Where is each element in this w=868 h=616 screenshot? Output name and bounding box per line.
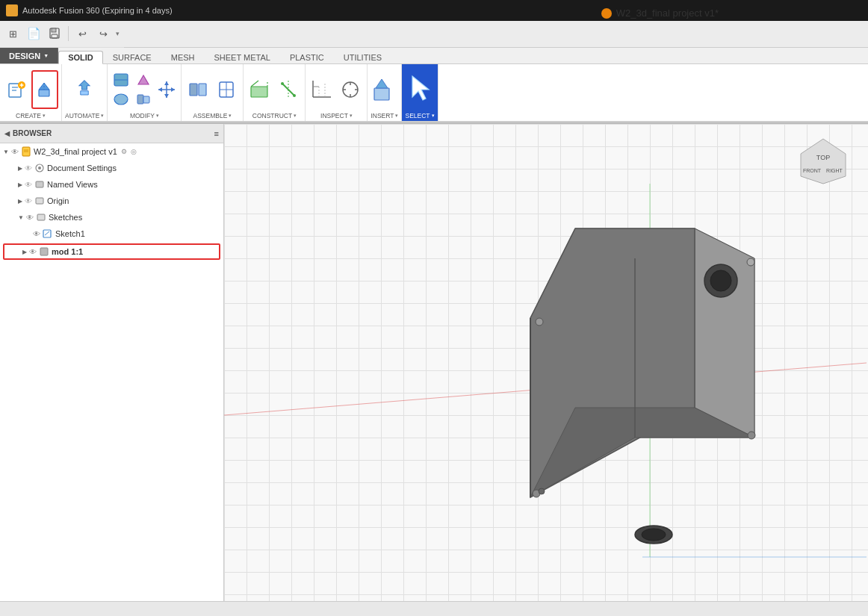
assemble-dropdown[interactable]: ▾ (229, 113, 232, 119)
tab-plastic[interactable]: PLASTIC (280, 51, 334, 63)
save-button[interactable] (45, 24, 64, 43)
tab-solid[interactable]: SOLID (58, 51, 103, 64)
automate-buttons (71, 67, 98, 112)
browser-doc-settings[interactable]: ▶ 👁 Document Settings (0, 160, 223, 176)
inspect-dropdown[interactable]: ▾ (350, 113, 353, 119)
svg-point-74 (642, 529, 666, 541)
construct-btn-2[interactable] (275, 70, 302, 109)
svg-rect-16 (143, 96, 149, 103)
tab-sheet-metal[interactable]: SHEET METAL (205, 51, 280, 63)
named-views-label: Named Views (47, 180, 98, 189)
svg-rect-45 (374, 88, 389, 100)
named-views-arrow[interactable]: ▶ (18, 181, 22, 188)
mod-label: mod 1:1 (52, 247, 83, 256)
construct-btn-1[interactable] (247, 70, 273, 109)
insert-label-row: INSERT ▾ (371, 112, 398, 119)
new-file-button[interactable]: 📄 (24, 24, 43, 43)
select-button[interactable] (406, 70, 433, 109)
origin-arrow[interactable]: ▶ (18, 198, 22, 205)
inspect-btn-2[interactable] (337, 70, 364, 109)
assemble-btn-2[interactable] (213, 70, 240, 109)
sketches-visible[interactable]: 👁 (26, 214, 34, 222)
tab-mesh[interactable]: MESH (161, 51, 205, 63)
quick-access-toolbar: ⊞ 📄 ↩ ↪ ▾ (0, 21, 124, 48)
assemble-label: ASSEMBLE (193, 112, 228, 119)
grid-button[interactable]: ⊞ (3, 24, 22, 43)
automate-button[interactable] (71, 70, 98, 109)
inspect-btn-1[interactable] (309, 70, 335, 109)
sketches-arrow[interactable]: ▼ (18, 214, 24, 221)
doc-settings-visible[interactable]: 👁 (25, 164, 32, 172)
svg-rect-2 (52, 34, 58, 38)
browser-origin[interactable]: ▶ 👁 Origin (0, 193, 223, 209)
svg-marker-47 (412, 76, 429, 100)
modify-dropdown[interactable]: ▾ (156, 113, 159, 119)
named-views-visible[interactable]: 👁 (25, 181, 32, 189)
doc-settings-icon (34, 163, 45, 173)
browser-collapse-arrow[interactable]: ◀ (4, 130, 10, 137)
assemble-btn-1[interactable] (185, 70, 211, 109)
create-label-row: CREATE ▾ (16, 112, 46, 119)
modify-btn-3[interactable] (133, 71, 154, 89)
construct-dropdown[interactable]: ▾ (294, 113, 297, 119)
svg-marker-22 (171, 87, 175, 92)
modify-btn-2[interactable] (111, 90, 131, 108)
origin-visible[interactable]: 👁 (25, 197, 32, 205)
root-visible-icon[interactable]: 👁 (11, 148, 19, 156)
automate-icon (74, 79, 95, 100)
origin-icon (34, 196, 45, 206)
redo-button[interactable]: ↪ (93, 24, 113, 43)
mod-visible[interactable]: 👁 (29, 248, 37, 256)
svg-point-77 (539, 488, 545, 494)
insert-btn-1[interactable] (371, 70, 398, 109)
insert-dropdown[interactable]: ▾ (395, 113, 398, 119)
browser-mod-item[interactable]: ▶ 👁 mod 1:1 (3, 243, 220, 260)
svg-marker-78 (801, 139, 846, 184)
project-title: W2_3d_final project v1* (601, 7, 719, 19)
modify-btn-1[interactable] (111, 71, 131, 89)
sketch1-visible[interactable]: 👁 (33, 230, 40, 238)
insert-group: INSERT ▾ (368, 64, 402, 121)
extrude-button[interactable] (31, 70, 58, 109)
modify-btn-col1 (111, 71, 131, 108)
assemble-group: ASSEMBLE ▾ (182, 64, 244, 121)
browser-named-views[interactable]: ▶ 👁 Named Views (0, 176, 223, 193)
select-dropdown[interactable]: ▾ (432, 113, 435, 119)
browser-title: BROWSER (13, 129, 52, 137)
design-button[interactable]: DESIGN ▼ (0, 48, 58, 63)
viewport[interactable]: TOP RIGHT FRONT (224, 124, 868, 601)
undo-button[interactable]: ↩ (72, 24, 92, 43)
select-buttons (406, 67, 433, 112)
automate-dropdown[interactable]: ▾ (101, 113, 104, 119)
svg-point-70 (748, 432, 755, 439)
browser-root-item[interactable]: ▼ 👁 W2_3d_final project v1 ⚙ ◎ (0, 143, 223, 160)
browser-sketch1[interactable]: 👁 Sketch1 (0, 225, 223, 242)
nav-cube[interactable]: TOP RIGHT FRONT (793, 131, 853, 191)
automate-label-row: AUTOMATE ▾ (65, 112, 104, 119)
svg-point-72 (710, 270, 731, 291)
svg-rect-55 (37, 214, 45, 220)
modify-label-row: MODIFY ▾ (130, 112, 159, 119)
extrude-icon (34, 79, 55, 100)
new-sketch-button[interactable] (3, 70, 30, 109)
create-dropdown[interactable]: ▾ (43, 113, 46, 119)
select-group: SELECT ▾ (402, 64, 438, 121)
browser-sketches[interactable]: ▼ 👁 Sketches (0, 209, 223, 225)
quickaccess-expand[interactable]: ▾ (114, 30, 121, 37)
tab-surface[interactable]: SURFACE (103, 51, 161, 63)
move-button[interactable] (155, 70, 178, 109)
tab-utilities[interactable]: UTILITIES (334, 51, 391, 63)
root-expand-arrow[interactable]: ▼ (3, 149, 9, 155)
construct-label-row: CONSTRUCT ▾ (252, 112, 297, 119)
mod-expand-arrow[interactable]: ▶ (22, 249, 27, 255)
select-label-row: SELECT ▾ (405, 112, 434, 119)
doc-settings-arrow[interactable]: ▶ (18, 165, 22, 172)
select-label: SELECT (405, 112, 430, 119)
svg-rect-15 (137, 95, 143, 104)
root-eye-icon[interactable]: ◎ (131, 148, 137, 155)
root-settings-icon[interactable]: ⚙ (121, 148, 127, 155)
browser-options[interactable]: ≡ (214, 129, 219, 138)
svg-point-68 (536, 318, 543, 326)
modify-btn-4[interactable] (133, 90, 154, 108)
modify-btn-col2 (133, 71, 154, 108)
